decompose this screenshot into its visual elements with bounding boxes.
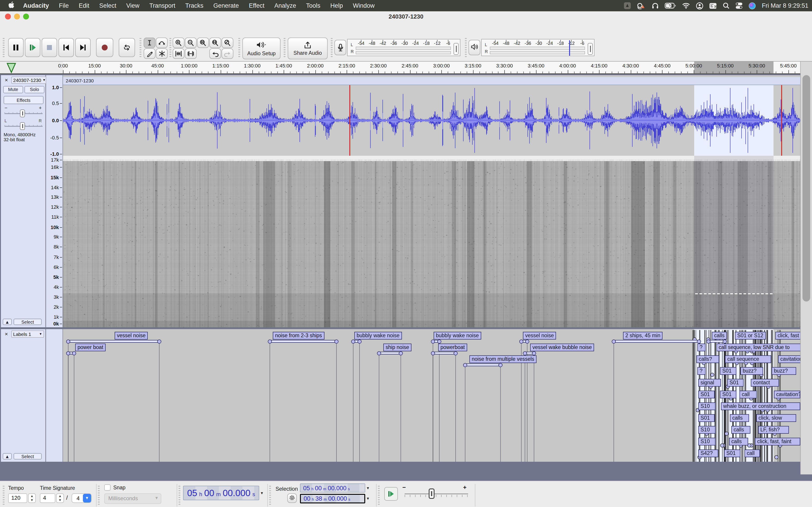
zoom-out-button[interactable]	[185, 38, 197, 48]
close-track-button[interactable]: ×	[3, 331, 10, 337]
menu-item-transport[interactable]: Transport	[144, 2, 180, 9]
chevron-down-icon[interactable]: ▼	[260, 491, 264, 495]
label[interactable]: S01	[720, 391, 736, 398]
collapse-track-button[interactable]: ▲	[3, 453, 12, 459]
redo-button[interactable]	[221, 48, 233, 59]
label[interactable]: ?	[697, 344, 706, 351]
record-button[interactable]	[96, 38, 113, 57]
menu-item-select[interactable]: Select	[94, 2, 121, 9]
audio-setup-button[interactable]: Audio Setup	[242, 38, 281, 59]
label-handle[interactable]	[612, 340, 616, 344]
label[interactable]: S01 or S12	[735, 332, 766, 340]
label-handle[interactable]	[525, 340, 529, 344]
mute-button[interactable]: Mute	[3, 86, 23, 93]
label[interactable]: power boat	[75, 344, 106, 351]
fit-project-button[interactable]	[209, 38, 221, 48]
selection-tool-button[interactable]	[144, 38, 155, 48]
label-handle[interactable]	[431, 351, 435, 355]
clip-header[interactable]: 240307-1230	[63, 77, 800, 85]
vertical-ruler[interactable]: 1.00.50.0-0.5-1.017k16k15k14k13k12k11k10…	[46, 75, 63, 327]
fit-selection-button[interactable]	[197, 38, 209, 48]
play-speed-slider[interactable]	[429, 489, 435, 499]
pause-button[interactable]	[8, 38, 23, 57]
menu-item-edit[interactable]: Edit	[74, 2, 95, 9]
label[interactable]: S01	[698, 391, 715, 398]
envelope-tool-button[interactable]	[156, 38, 168, 48]
label[interactable]: call sequence	[725, 355, 771, 363]
label-range-bar[interactable]	[270, 340, 336, 343]
label[interactable]: cavitation?	[774, 391, 800, 398]
menu-item-analyze[interactable]: Analyze	[269, 2, 301, 9]
label[interactable]: calls	[729, 438, 748, 445]
label-handle[interactable]	[358, 340, 362, 344]
menu-item-view[interactable]: View	[121, 2, 144, 9]
label[interactable]: vessel wake bubble noise	[530, 344, 594, 351]
labels-select-button[interactable]: Select	[14, 453, 42, 459]
label[interactable]: noise from multiple vessels	[469, 355, 537, 363]
loop-button[interactable]	[119, 38, 135, 57]
siri-icon[interactable]	[749, 2, 756, 9]
close-track-button[interactable]: ×	[3, 76, 10, 83]
label[interactable]: 2 ships, 45 min	[623, 332, 663, 340]
menu-item-file[interactable]: File	[54, 2, 74, 9]
label-handle[interactable]	[268, 340, 272, 344]
label[interactable]: S42?	[698, 450, 718, 457]
menu-item-effect[interactable]: Effect	[244, 2, 269, 9]
label[interactable]: cavitation	[778, 355, 800, 363]
timeline-ruler[interactable]: 0:0015:0030:0045:001:00:001:15:001:30:00…	[0, 62, 812, 74]
label-handle[interactable]	[72, 351, 76, 355]
label[interactable]: ?	[697, 367, 706, 375]
play-meter-speaker-button[interactable]	[468, 40, 480, 55]
label[interactable]: buzz?	[741, 367, 763, 375]
play-button[interactable]	[25, 38, 40, 57]
tempo-input[interactable]: 120	[8, 494, 27, 503]
label-handle[interactable]	[519, 340, 523, 344]
gain-slider[interactable]	[20, 110, 25, 117]
label[interactable]: S10	[698, 426, 715, 434]
label[interactable]: calls	[731, 426, 750, 434]
label[interactable]: noise from 2-3 ships	[273, 332, 324, 340]
quick-play-pin-icon[interactable]	[6, 62, 16, 73]
title-bar[interactable]: 240307-1230	[0, 11, 812, 22]
stop-button[interactable]	[42, 38, 57, 57]
play-at-speed-button[interactable]	[384, 487, 398, 501]
label-handle[interactable]	[437, 340, 441, 344]
label-handle[interactable]	[463, 363, 467, 367]
label-handle[interactable]	[706, 340, 711, 344]
label-handle[interactable]	[335, 340, 339, 344]
menu-item-tools[interactable]: Tools	[301, 2, 325, 9]
menu-item-help[interactable]: Help	[325, 2, 348, 9]
meter-slider[interactable]	[454, 43, 459, 55]
label[interactable]: click, slow	[756, 414, 796, 422]
time-signature-stepper[interactable]: ▲▼	[56, 494, 64, 503]
label-range-bar[interactable]	[433, 352, 455, 354]
draw-tool-button[interactable]	[144, 48, 155, 59]
snap-mode-select[interactable]: Milliseconds▼	[104, 494, 161, 504]
label-handle[interactable]	[498, 363, 503, 367]
label[interactable]: bubbly wake noise	[354, 332, 402, 340]
window-manager-icon[interactable]: ⌘	[709, 2, 717, 9]
apple-icon[interactable]	[6, 1, 18, 10]
label[interactable]: vessel noise	[115, 332, 148, 340]
label[interactable]: call	[745, 450, 760, 457]
menu-clock[interactable]: Fri Mar 8 9:29:51	[762, 2, 808, 9]
waveform-view[interactable]	[63, 85, 800, 156]
skip-to-end-button[interactable]	[75, 38, 91, 57]
label[interactable]: S01	[724, 450, 741, 457]
label[interactable]: LF, fish?	[758, 426, 789, 434]
silence-audio-button[interactable]	[185, 48, 197, 59]
label-handle[interactable]	[532, 351, 536, 355]
menu-item-audacity[interactable]: Audacity	[18, 2, 54, 9]
labels-content[interactable]: vessel noisenoise from 2-3 shipsbubbly w…	[63, 329, 800, 462]
label[interactable]: bubbly wake noise	[434, 332, 481, 340]
label-range-bar[interactable]	[465, 363, 500, 366]
label-handle[interactable]	[66, 351, 70, 355]
label[interactable]: S10	[698, 438, 715, 445]
audio-position-display[interactable]: 05 h 00 m 00.000 s	[183, 486, 259, 500]
time-signature-upper-input[interactable]: 4	[40, 494, 55, 503]
label[interactable]: S01	[720, 367, 736, 375]
multi-tool-button[interactable]	[156, 48, 168, 59]
label[interactable]: vessel noise	[523, 332, 556, 340]
spotlight-search-icon[interactable]	[723, 2, 729, 9]
label-handle[interactable]	[351, 340, 355, 344]
